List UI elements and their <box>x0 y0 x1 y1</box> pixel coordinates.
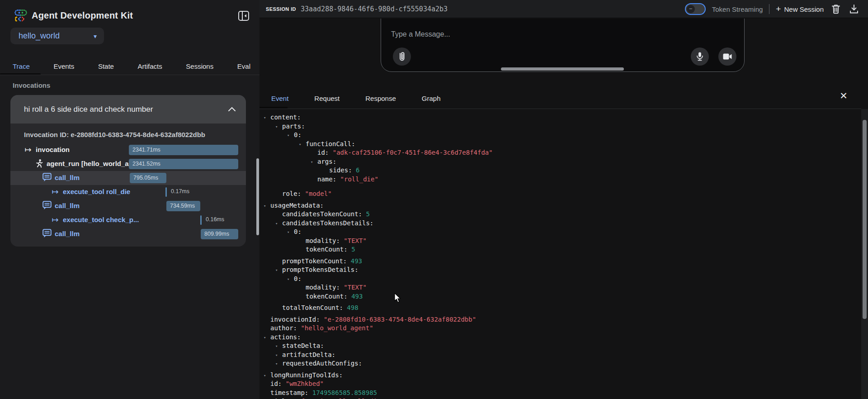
new-session-button[interactable]: + New Session <box>776 4 824 14</box>
json-value: "model" <box>301 190 331 197</box>
vertical-scrollbar[interactable] <box>863 120 867 319</box>
video-camera-button[interactable] <box>718 48 736 66</box>
json-key: requestedAuthConfigs: <box>282 360 362 367</box>
trace-span-label: call_llm <box>55 230 80 238</box>
sidebar-scrollbar[interactable] <box>256 158 259 235</box>
json-line: ▾artifactDelta: <box>259 351 861 360</box>
json-line: title: "functionCall:roll_die" <box>259 397 861 399</box>
expand-triangle-icon[interactable]: ▾ <box>264 114 266 123</box>
json-key: candidatesTokensDetails: <box>282 219 373 227</box>
trace-row-call-llm[interactable]: call_llm809.99ms <box>10 227 246 241</box>
expand-triangle-icon[interactable]: ▾ <box>299 140 301 149</box>
tab-state[interactable]: State <box>98 62 114 70</box>
json-line: tokenCount: 5 <box>259 245 861 254</box>
chat-icon <box>42 173 52 183</box>
tab-sessions[interactable]: Sessions <box>186 62 213 70</box>
invocation-id: Invocation ID: e-2808fd10-6383-4754-8de4… <box>24 131 232 138</box>
duration-bar <box>165 187 167 197</box>
expand-triangle-icon[interactable]: ▾ <box>275 342 278 351</box>
json-key: parts: <box>282 123 305 130</box>
json-key: id: <box>270 380 282 387</box>
horizontal-scrollbar[interactable] <box>501 67 624 71</box>
json-value: 498 <box>343 304 359 311</box>
json-line: candidatesTokenCount: 5 <box>259 210 861 219</box>
tab-events[interactable]: Events <box>53 62 74 70</box>
tab-eval[interactable]: Eval <box>237 62 250 70</box>
duration-value: 0.16ms <box>206 216 224 223</box>
json-line: ▾parts: <box>259 122 861 131</box>
json-value: 493 <box>348 293 363 300</box>
expand-triangle-icon[interactable]: ▾ <box>275 266 278 275</box>
expand-triangle-icon[interactable]: ▾ <box>287 228 289 237</box>
json-line: ▾0: <box>259 228 861 237</box>
json-line: ▾0: <box>259 131 861 140</box>
trace-row-execute-tool-check-p-[interactable]: ↦execute_tool check_p...0.16ms <box>10 213 246 227</box>
duration-bar: 2341.52ms <box>129 159 238 169</box>
trace-row-invocation[interactable]: ↦invocation2341.71ms <box>10 143 246 157</box>
json-line: ▾candidatesTokensDetails: <box>259 219 861 228</box>
agent-select-dropdown[interactable]: hello_world ▾ <box>10 28 104 44</box>
chevron-up-icon[interactable] <box>228 105 236 114</box>
expand-triangle-icon[interactable]: ▾ <box>275 219 278 228</box>
json-line: ▾usageMetadata: <box>259 201 861 210</box>
agent-select-value: hello_world <box>19 31 94 41</box>
token-streaming-toggle[interactable]: − <box>685 3 706 15</box>
expand-triangle-icon[interactable]: ▾ <box>275 351 278 360</box>
expand-triangle-icon[interactable]: ▾ <box>275 360 278 369</box>
json-line: author: "hello_world_agent" <box>259 324 861 333</box>
tab-artifacts[interactable]: Artifacts <box>138 62 162 70</box>
duration-bar: 795.05ms <box>130 173 166 183</box>
json-value: 493 <box>347 257 362 265</box>
json-value: 1749586585.858985 <box>308 389 377 396</box>
expand-triangle-icon[interactable]: ▾ <box>287 131 289 140</box>
json-key: args: <box>317 158 336 165</box>
json-line: sides: 6 <box>259 166 861 175</box>
invocation-prompt: hi roll a 6 side dice and check number <box>24 105 228 114</box>
close-detail-panel-icon[interactable]: ✕ <box>837 90 850 102</box>
collapse-panel-icon[interactable] <box>237 9 250 23</box>
json-line: ▾promptTokensDetails: <box>259 266 861 275</box>
trace-span-label: call_llm <box>55 202 80 209</box>
tab-graph[interactable]: Graph <box>422 95 441 102</box>
expand-triangle-icon[interactable]: ▾ <box>287 275 289 284</box>
delete-session-button[interactable] <box>830 3 842 15</box>
json-line: ▾actions: <box>259 333 861 342</box>
trace-row-execute-tool-roll-die[interactable]: ↦execute_tool roll_die0.17ms <box>10 185 246 199</box>
trace-row-call-llm[interactable]: call_llm795.05ms <box>10 171 246 185</box>
json-value: "hello_world_agent" <box>297 324 373 332</box>
tab-response[interactable]: Response <box>365 95 396 102</box>
tab-trace[interactable]: Trace <box>13 62 30 70</box>
invocation-card-header[interactable]: hi roll a 6 side dice and check number <box>10 95 246 124</box>
trace-row-call-llm[interactable]: call_llm734.59ms <box>10 199 246 213</box>
expand-triangle-icon[interactable]: ▾ <box>264 333 266 342</box>
json-key: stateDelta: <box>282 342 324 349</box>
trace-rows: ↦invocation2341.71msagent_run [hello_wor… <box>10 141 246 247</box>
json-key: usageMetadata: <box>270 202 324 209</box>
duration-bar <box>200 215 202 225</box>
expand-triangle-icon[interactable]: ▾ <box>264 371 266 380</box>
json-line: name: "roll_die" <box>259 175 861 184</box>
json-line: promptTokenCount: 493 <box>259 257 861 266</box>
microphone-button[interactable] <box>691 48 709 66</box>
export-session-button[interactable] <box>848 3 860 15</box>
session-id-value: 33aad288-9846-46f6-980d-cf555034a2b3 <box>301 5 448 13</box>
expand-triangle-icon[interactable]: ▾ <box>275 123 278 132</box>
trace-row-agent-run-hello-world-agent-[interactable]: agent_run [hello_world_agent]2341.52ms <box>10 157 246 171</box>
json-line: timestamp: 1749586585.858985 <box>259 389 861 398</box>
message-input[interactable] <box>391 30 662 38</box>
json-value: "adk-caf25106-f0c7-451f-86e4-3c6d7e8f4fd… <box>329 149 492 156</box>
json-key: functionCall: <box>306 140 355 147</box>
json-key: timestamp: <box>270 389 308 396</box>
json-key: 0: <box>294 131 302 138</box>
tab-request[interactable]: Request <box>314 95 340 102</box>
attach-file-button[interactable] <box>393 48 411 66</box>
tab-event[interactable]: Event <box>271 95 288 102</box>
json-key: promptTokenCount: <box>282 257 347 265</box>
expand-triangle-icon[interactable]: ▾ <box>264 202 266 211</box>
json-key: totalTokenCount: <box>282 304 343 311</box>
json-line: id: "wmZhkbed" <box>259 380 861 389</box>
json-key: artifactDelta: <box>282 351 335 358</box>
agent-run-icon <box>34 159 44 169</box>
event-json-tree: ▾content:▾parts:▾0:▾functionCall:id: "ad… <box>259 109 861 399</box>
expand-triangle-icon[interactable]: ▾ <box>311 158 313 167</box>
